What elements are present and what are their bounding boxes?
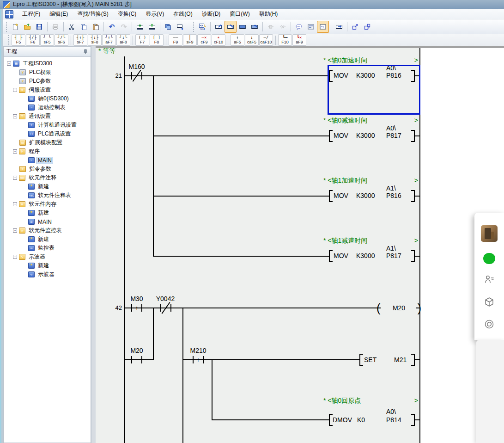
collapse-toggle[interactable]: -: [7, 62, 11, 66]
pin-icon[interactable]: [83, 49, 88, 55]
wechat-chat-icon[interactable]: [483, 253, 495, 264]
instruction-op[interactable]: MOV: [334, 192, 348, 199]
instruction-dst[interactable]: P817: [386, 252, 401, 259]
copy-icon[interactable]: [78, 21, 90, 33]
open-contact-f5-button[interactable]: ┤ ├F5: [12, 34, 25, 46]
collapse-toggle[interactable]: -: [13, 149, 17, 154]
nc-contact-m160[interactable]: [131, 72, 142, 80]
comment-display-icon[interactable]: [333, 21, 345, 33]
avatar[interactable]: [481, 225, 498, 242]
channels-icon[interactable]: [484, 319, 495, 330]
delete-h-line-cf9-button[interactable]: ─×cF9: [197, 34, 211, 46]
zoom-in-window-icon[interactable]: [361, 21, 373, 33]
rising-contact-m30[interactable]: ↑: [131, 304, 142, 312]
tree-item-watch-tables[interactable]: -∞软元件监控表: [4, 226, 63, 235]
tree-item-pc-comm[interactable]: T计算机通讯设置: [4, 121, 78, 129]
tree-item-comm-settings[interactable]: -T通讯设置: [4, 112, 52, 121]
instruction-op[interactable]: DMOV: [333, 416, 352, 424]
menu-convert[interactable]: 变换(C): [114, 9, 141, 19]
or-rising-pulse-af7-button[interactable]: ┘↑└aF7: [102, 34, 116, 46]
child-window-icon[interactable]: [5, 10, 13, 18]
tree-item-project-root[interactable]: -▦工程ISD300: [4, 59, 54, 68]
instruction-src[interactable]: K3000: [356, 252, 375, 259]
tree-item-new-comment[interactable]: *新建: [4, 182, 50, 191]
tree-item-instruction-params[interactable]: ✳指令参数: [4, 165, 53, 173]
collapse-toggle[interactable]: -: [13, 176, 17, 180]
note-icon[interactable]: [317, 21, 329, 33]
or-falling-pulse-af8-button[interactable]: ┘↓└aF8: [116, 34, 130, 46]
read-mode-icon[interactable]: [213, 21, 225, 33]
menu-project[interactable]: 工程(F): [18, 9, 44, 19]
new-project-icon[interactable]: [9, 21, 21, 33]
write-to-plc-icon[interactable]: [134, 21, 146, 33]
instruction-op[interactable]: MOV: [334, 132, 348, 139]
print-icon[interactable]: [49, 21, 61, 33]
collapse-toggle[interactable]: -: [13, 202, 17, 206]
contacts-icon[interactable]: [484, 274, 495, 285]
collapse-toggle[interactable]: -: [13, 114, 17, 118]
toolbar-grip[interactable]: [7, 35, 10, 45]
tree-item-memory-main[interactable]: ≣MAIN: [4, 217, 53, 226]
tree-item-new-scope[interactable]: *新建: [4, 261, 50, 270]
insert-row-af5-button[interactable]: ↑aF5: [231, 34, 244, 46]
instruction-dst[interactable]: P816: [386, 192, 401, 199]
tree-item-plc-comm[interactable]: ⊓PLC通讯设置: [4, 129, 72, 138]
transfer-setup-icon[interactable]: [174, 21, 186, 33]
tree-item-oscilloscope-group[interactable]: -∿示波器: [4, 252, 47, 261]
tree-item-axis0[interactable]: ▥轴0(ISD300): [4, 94, 70, 103]
monitor-windows-icon[interactable]: [162, 21, 174, 33]
delete-branch-af9-button[interactable]: ┗×aF9: [292, 34, 306, 46]
menu-find-replace[interactable]: 查找/替换(S): [73, 9, 112, 19]
instruction-src[interactable]: K3000: [356, 192, 375, 199]
monitor-write-mode-icon[interactable]: [249, 21, 261, 33]
tree-item-new-watch[interactable]: *新建: [4, 235, 50, 244]
tree-item-watch-table[interactable]: ∞监控表: [4, 244, 56, 252]
delete-rung-caf10-button[interactable]: ─/caF10: [259, 34, 273, 46]
disconnect-line-icon[interactable]: [277, 21, 289, 33]
rising-contact-m210[interactable]: ↑: [193, 356, 204, 363]
or-closed-contact-sf6-button[interactable]: ┘/└sF6: [55, 34, 68, 46]
menu-window[interactable]: 窗口(W): [225, 9, 254, 19]
ladder-editor[interactable]: * 等等 21 M160: [96, 46, 504, 443]
undo-icon[interactable]: ↶: [106, 21, 118, 33]
connect-line-icon[interactable]: [265, 21, 277, 33]
instruction-src[interactable]: K0: [357, 416, 365, 424]
paste-icon[interactable]: [90, 21, 102, 33]
zoom-out-window-icon[interactable]: [349, 21, 361, 33]
tree-item-programs[interactable]: -⊦程序: [4, 147, 41, 156]
instruction-f8-button[interactable]: [ ]F8: [150, 34, 164, 46]
instruction-op[interactable]: MOV: [334, 252, 348, 259]
cut-icon[interactable]: [66, 21, 78, 33]
tree-item-plc-rights[interactable]: YPLC权限: [4, 68, 52, 77]
menu-diagnostics[interactable]: 诊断(D): [198, 9, 225, 19]
tree-item-main-program[interactable]: ⊦MAIN: [4, 156, 53, 165]
floating-panel-lower[interactable]: [476, 340, 504, 443]
title-bar[interactable]: Epro 工程ISD300 - [梯形图(写入) MAIN 5281 步]: [0, 0, 504, 9]
instruction-op[interactable]: SET: [364, 356, 376, 363]
falling-pulse-sf8-button[interactable]: ┤↓├sF8: [88, 34, 102, 46]
menu-help[interactable]: 帮助(H): [255, 9, 282, 19]
ladder-logic-icon[interactable]: LD: [196, 21, 208, 33]
tree-item-motion-table[interactable]: ≡运动控制表: [4, 103, 67, 112]
statement-icon[interactable]: [305, 21, 317, 33]
tree-item-device-memory[interactable]: -≣软元件内存: [4, 200, 58, 209]
rising-pulse-sf7-button[interactable]: ┤↑├sF7: [73, 34, 87, 46]
instruction-src[interactable]: K3000: [356, 132, 375, 139]
no-contact-m20[interactable]: [131, 356, 142, 363]
or-open-contact-sf5-button[interactable]: ┘ └sF5: [40, 34, 54, 46]
tree-item-oscilloscope[interactable]: ∿示波器: [4, 270, 56, 279]
open-project-icon[interactable]: [21, 21, 33, 33]
tree-item-comment-table[interactable]: ABC软元件注释表: [4, 191, 73, 200]
h-line-f9-button[interactable]: ──F9: [169, 34, 182, 46]
menu-view[interactable]: 显示(V): [141, 9, 168, 19]
v-line-sf9-button[interactable]: │sF9: [183, 34, 197, 46]
instruction-dst[interactable]: M21: [394, 356, 407, 363]
instruction-dst[interactable]: P817: [386, 132, 401, 139]
toolbar-grip[interactable]: [193, 22, 195, 32]
collection-box-icon[interactable]: [484, 296, 495, 308]
menu-online[interactable]: 在线(O): [169, 9, 196, 19]
collapse-toggle[interactable]: -: [13, 88, 17, 92]
menu-edit[interactable]: 编辑(E): [45, 9, 72, 19]
device-comment-icon[interactable]: [293, 21, 305, 33]
tree-item-device-comments[interactable]: -ABC软元件注释: [4, 173, 58, 182]
